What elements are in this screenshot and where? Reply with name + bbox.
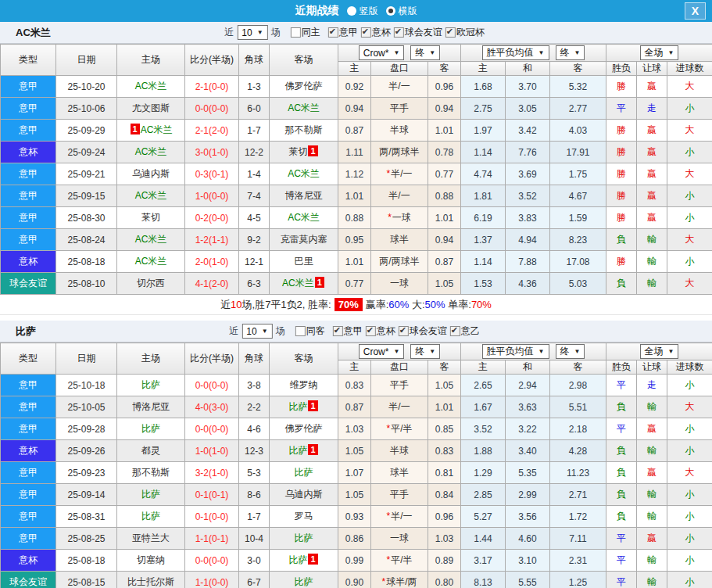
scope-select[interactable]: 全场 — [640, 344, 679, 359]
home-team-cell: AC米兰 — [117, 229, 185, 251]
filter-checkbox-同客[interactable]: 同客 — [295, 324, 325, 338]
odds-away-cell: 0.85 — [428, 418, 461, 440]
match-date-cell: 25-08-18 — [56, 251, 117, 273]
handicap-result-value: 贏 — [647, 81, 657, 91]
filter-checkbox-意乙[interactable]: 意乙 — [450, 324, 480, 338]
handicap-value: 两/两球半 — [379, 146, 419, 157]
page-title: 近期战绩 — [295, 4, 339, 18]
avg-lose-cell: 1.72 — [550, 506, 606, 528]
handicap-result-cell: 走 — [637, 375, 667, 396]
league-type-label: 意甲 — [19, 489, 38, 500]
filter-checkbox-意杯[interactable]: 意杯 — [361, 26, 391, 39]
handicap-value: 平手 — [390, 379, 409, 390]
odds-company-select[interactable]: Crow* — [359, 45, 405, 60]
filter-checkbox-同主[interactable]: 同主 — [291, 26, 320, 39]
goals-result-value: 小 — [685, 489, 695, 500]
avg-draw-cell: 3.40 — [506, 440, 550, 462]
layout-radio-group: 竖版横版 — [347, 5, 417, 18]
sub-header-handicap: 盘口 — [371, 360, 428, 375]
match-count-value: 10 — [242, 27, 252, 38]
checkbox-icon — [295, 326, 306, 336]
avg-stage-select[interactable]: 终 — [556, 344, 585, 359]
handicap-result-cell: 贏 — [637, 207, 667, 229]
avg-win-value: 3.52 — [474, 424, 492, 435]
live-star-icon: * — [386, 168, 390, 179]
league-type-cell: 意甲 — [1, 163, 56, 185]
match-row: 球会友谊25-08-15比士托尔斯1-1(0-0)6-7比萨0.90*球半/两0… — [1, 572, 712, 588]
avg-draw-cell: 3.05 — [506, 98, 550, 120]
avg-lose-cell: 17.91 — [550, 142, 606, 163]
sub-header-result: 胜负 — [606, 360, 637, 375]
avg-stage-select[interactable]: 终 — [556, 45, 585, 60]
filter-checkbox-球会友谊[interactable]: 球会友谊 — [399, 324, 447, 338]
corner-cell: 1-4 — [239, 163, 270, 185]
odds-away-value: 0.80 — [435, 577, 453, 588]
goals-result-value: 小 — [685, 576, 695, 587]
away-team-cell: 罗马 — [270, 506, 338, 528]
scope-select[interactable]: 全场 — [640, 45, 679, 60]
avg-lose-cell: 4.28 — [550, 440, 606, 462]
match-row: 意甲25-10-06尤文图斯0-0(0-0)6-0AC米兰0.94平手0.942… — [1, 98, 712, 120]
match-date: 25-09-24 — [67, 147, 105, 158]
summary-segment: 10 — [231, 299, 242, 310]
avg-lose-value: 2.18 — [569, 424, 587, 435]
home-team-cell: 亚特兰大 — [117, 528, 185, 550]
odds-away-value: 0.88 — [435, 191, 453, 202]
result-value: 負 — [617, 467, 626, 478]
close-icon: X — [692, 5, 699, 17]
odds-home-value: 0.83 — [345, 380, 363, 391]
avg-type-select[interactable]: 胜平负均值 — [482, 344, 549, 359]
avg-draw-value: 2.99 — [518, 489, 536, 500]
odds-company-value: Crow* — [363, 346, 389, 357]
avg-win-cell: 2.65 — [461, 375, 506, 396]
avg-win-value: 1.29 — [474, 468, 492, 479]
result-value: 負 — [617, 511, 626, 522]
avg-draw-value: 4.60 — [518, 533, 536, 544]
team-name: AC米兰 — [141, 124, 173, 135]
avg-draw-value: 3.70 — [518, 81, 536, 92]
away-team-cell: AC米兰 — [270, 163, 338, 185]
score-value: 0-2(0-0) — [195, 213, 229, 224]
handicap-result-cell: 贏 — [637, 418, 667, 440]
corner-cell: 9-2 — [239, 229, 270, 251]
match-count-select[interactable]: 10 — [242, 324, 272, 339]
rank-badge: 1 — [308, 145, 317, 156]
sub-header-odds-home: 主 — [338, 360, 371, 375]
handicap-value: 两/两球半 — [379, 256, 419, 267]
close-button[interactable]: X — [685, 2, 706, 20]
match-row: 意杯25-09-24AC米兰3-0(1-0)12-2莱切11.11两/两球半0.… — [1, 142, 712, 163]
match-count-select[interactable]: 10 — [237, 25, 267, 40]
odds-away-cell: 0.84 — [428, 484, 461, 506]
result-cell: 負 — [606, 273, 637, 295]
odds-home-value: 0.87 — [345, 125, 363, 136]
checkbox-checked-icon — [450, 326, 460, 336]
filter-checkbox-意甲[interactable]: 意甲 — [328, 26, 358, 39]
score-cell: 0-0(0-0) — [185, 550, 239, 572]
odds-away-value: 0.96 — [435, 81, 453, 92]
avg-type-select[interactable]: 胜平负均值 — [482, 45, 549, 60]
league-type-cell: 意甲 — [1, 229, 56, 251]
corner-value: 9-2 — [247, 235, 260, 246]
filter-bar: 近 10 场 同主意甲意杯球会友谊欧冠杯 — [224, 25, 487, 40]
corner-cell: 3-0 — [239, 550, 270, 572]
league-type-label: 球会友谊 — [9, 576, 47, 587]
odds-company-select[interactable]: Crow* — [359, 344, 405, 359]
checkbox-checked-icon — [333, 326, 343, 336]
result-cell: 負 — [606, 229, 637, 251]
handicap-result-cell: 輸 — [637, 506, 667, 528]
handicap-value: 球半 — [390, 467, 409, 478]
filter-checkbox-球会友谊[interactable]: 球会友谊 — [394, 26, 442, 39]
filter-checkbox-意甲[interactable]: 意甲 — [333, 324, 363, 338]
filter-checkbox-欧冠杯[interactable]: 欧冠杯 — [445, 26, 485, 39]
avg-win-cell: 8.13 — [461, 572, 506, 588]
col-header-score: 比分(半场) — [185, 45, 239, 76]
goals-result-value: 大 — [685, 124, 695, 135]
section-band-pisa: 比萨 近 10 场 同客意甲意杯球会友谊意乙 — [0, 321, 712, 342]
odds-stage-select[interactable]: 终 — [410, 344, 440, 359]
odds-stage-select[interactable]: 终 — [410, 45, 440, 60]
filter-checkbox-意杯[interactable]: 意杯 — [366, 324, 395, 338]
layout-radio-horizontal[interactable]: 横版 — [386, 5, 417, 18]
layout-radio-vertical[interactable]: 竖版 — [347, 5, 378, 18]
odds-home-value: 0.77 — [345, 278, 363, 289]
away-team-cell: 比萨1 — [270, 396, 338, 418]
